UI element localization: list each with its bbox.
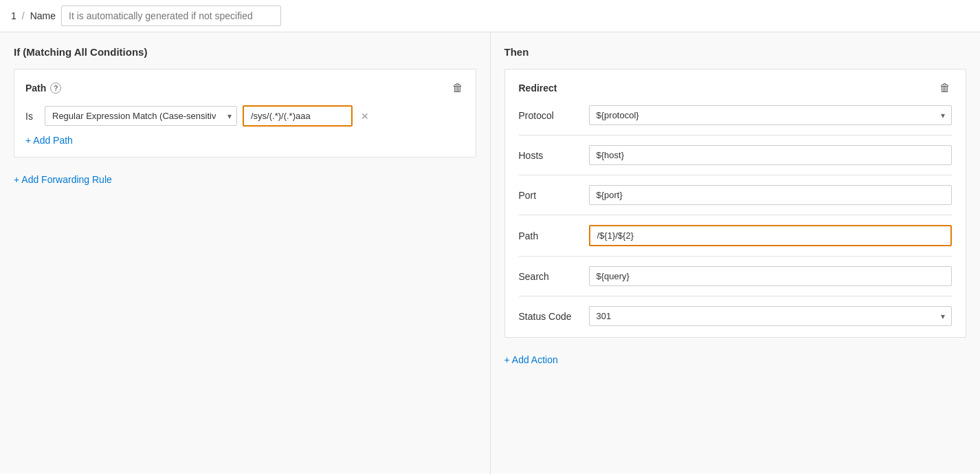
name-label: Name <box>30 10 56 21</box>
path-section: Path ? 🗑 Is Regular Expression Match (Ca… <box>14 69 476 158</box>
protocol-label: Protocol <box>519 110 581 121</box>
redirect-section: Redirect 🗑 Protocol ${protocol} Http Htt… <box>504 69 967 338</box>
redirect-delete-icon[interactable]: 🗑 <box>938 80 952 96</box>
add-action-anchor[interactable]: + Add Action <box>504 354 558 365</box>
protocol-select-wrapper: ${protocol} Http Https Match Request <box>589 105 953 125</box>
path-title: Path ? <box>25 83 61 94</box>
divider-4 <box>519 256 953 257</box>
redirect-path-row: Path <box>519 225 953 246</box>
port-label: Port <box>519 190 581 201</box>
status-code-select-wrapper: 301 302 307 308 <box>589 306 953 326</box>
path-help-icon[interactable]: ? <box>50 83 61 94</box>
search-label: Search <box>519 271 581 282</box>
divider-1 <box>519 135 953 136</box>
if-section-title: If (Matching All Conditions) <box>14 46 476 58</box>
rule-number: 1 <box>11 10 16 21</box>
port-row: Port <box>519 185 953 205</box>
add-forwarding-rule-link[interactable]: + Add Forwarding Rule <box>14 166 476 185</box>
redirect-path-label: Path <box>519 230 581 241</box>
rule-name-input[interactable] <box>61 6 281 26</box>
search-input[interactable] <box>589 266 953 286</box>
top-bar: 1 / Name <box>0 0 980 32</box>
divider-3 <box>519 215 953 215</box>
path-delete-icon[interactable]: 🗑 <box>451 80 465 96</box>
redirect-header: Redirect 🗑 <box>519 80 953 96</box>
add-path-link[interactable]: + Add Path <box>25 127 465 146</box>
protocol-select[interactable]: ${protocol} Http Https Match Request <box>589 105 953 125</box>
path-value-input[interactable] <box>243 105 353 127</box>
add-path-anchor[interactable]: + Add Path <box>25 135 73 146</box>
status-code-select[interactable]: 301 302 307 308 <box>589 306 953 326</box>
match-type-dropdown[interactable]: Regular Expression Match (Case-sensitive… <box>45 106 237 126</box>
hosts-label: Hosts <box>519 150 581 161</box>
separator: / <box>22 10 25 21</box>
add-forwarding-anchor[interactable]: + Add Forwarding Rule <box>14 174 112 185</box>
port-input[interactable] <box>589 185 953 205</box>
left-panel: If (Matching All Conditions) Path ? 🗑 Is… <box>0 32 491 474</box>
add-action-link[interactable]: + Add Action <box>504 346 967 365</box>
redirect-path-input[interactable] <box>589 225 953 246</box>
hosts-input[interactable] <box>589 145 953 165</box>
hosts-row: Hosts <box>519 145 953 165</box>
then-section-title: Then <box>504 46 967 58</box>
path-clear-icon[interactable]: ✕ <box>358 109 372 123</box>
protocol-row: Protocol ${protocol} Http Https Match Re… <box>519 105 953 125</box>
is-label: Is <box>25 111 39 122</box>
path-label: Path <box>25 83 46 94</box>
match-type-wrapper: Regular Expression Match (Case-sensitive… <box>45 106 237 126</box>
redirect-title: Redirect <box>519 83 557 94</box>
status-code-label: Status Code <box>519 311 581 322</box>
status-code-row: Status Code 301 302 307 308 <box>519 306 953 326</box>
path-condition-row: Is Regular Expression Match (Case-sensit… <box>25 105 465 127</box>
divider-2 <box>519 175 953 175</box>
divider-5 <box>519 296 953 296</box>
search-row: Search <box>519 266 953 286</box>
right-panel: Then Redirect 🗑 Protocol ${protocol} Htt… <box>491 32 981 474</box>
main-content: If (Matching All Conditions) Path ? 🗑 Is… <box>0 32 980 474</box>
path-section-header: Path ? 🗑 <box>25 80 465 96</box>
